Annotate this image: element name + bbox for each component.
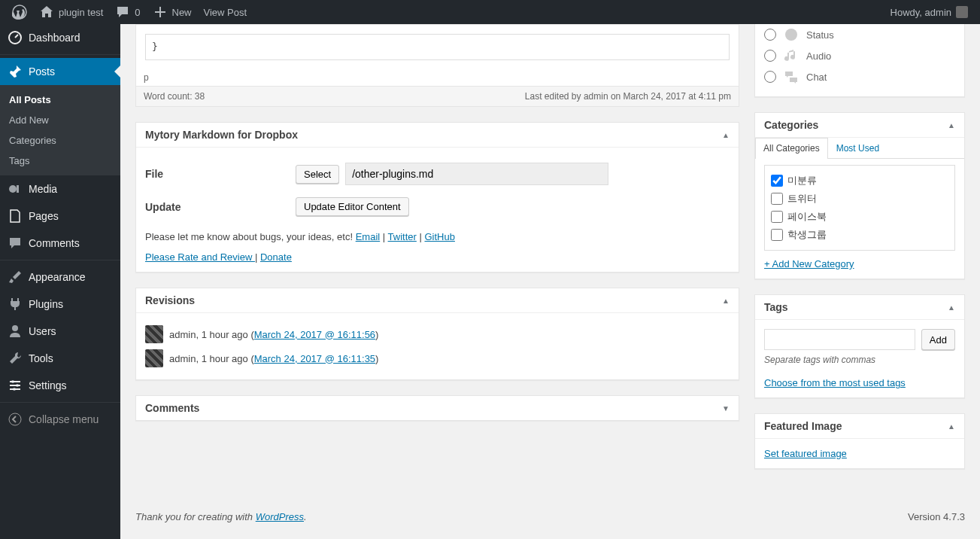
revision-row: admin, 1 hour ago (March 24, 2017 @ 16:1… bbox=[145, 322, 730, 346]
comment-icon bbox=[115, 5, 130, 20]
update-editor-button[interactable]: Update Editor Content bbox=[296, 197, 409, 216]
editor-container: } p Word count: 38 Last edited by admin … bbox=[135, 24, 739, 107]
category-item[interactable]: 트위터 bbox=[771, 190, 948, 208]
submenu-categories[interactable]: Categories bbox=[0, 130, 120, 151]
view-post[interactable]: View Post bbox=[198, 0, 253, 24]
revision-link[interactable]: March 24, 2017 @ 16:11:56 bbox=[254, 329, 375, 340]
version-text: Version 4.7.3 bbox=[908, 511, 965, 522]
file-path-input[interactable] bbox=[345, 163, 608, 185]
submenu-posts: All Posts Add New Categories Tags bbox=[0, 85, 120, 175]
avatar bbox=[956, 6, 968, 18]
wp-logo[interactable] bbox=[6, 0, 33, 24]
plus-icon bbox=[153, 5, 168, 20]
editor-element-path[interactable]: p bbox=[136, 69, 739, 86]
categories-title: Categories bbox=[764, 119, 818, 131]
format-status[interactable]: Status bbox=[764, 24, 955, 45]
page-icon bbox=[8, 209, 23, 224]
tags-title: Tags bbox=[764, 301, 788, 313]
twitter-link[interactable]: Twitter bbox=[388, 231, 417, 242]
set-featured-link[interactable]: Set featured image bbox=[764, 448, 847, 459]
toggle-icon[interactable]: ▲ bbox=[948, 121, 955, 129]
tab-all-categories[interactable]: All Categories bbox=[755, 138, 828, 159]
svg-point-5 bbox=[16, 384, 19, 387]
comments-link[interactable]: 0 bbox=[109, 0, 146, 24]
menu-posts[interactable]: Posts bbox=[0, 58, 120, 85]
wordpress-icon bbox=[12, 5, 27, 20]
new-content[interactable]: New bbox=[147, 0, 198, 24]
format-audio[interactable]: Audio bbox=[764, 45, 955, 66]
tag-input[interactable] bbox=[764, 329, 915, 350]
wrench-icon bbox=[8, 351, 23, 366]
tags-box: Tags ▲ Add Separate tags with commas Cho… bbox=[754, 294, 965, 398]
revisions-box: Revisions ▲ admin, 1 hour ago (March 24,… bbox=[135, 288, 739, 380]
category-item[interactable]: 미분류 bbox=[771, 172, 948, 190]
word-count: Word count: 38 bbox=[144, 91, 205, 102]
categories-box: Categories ▲ All Categories Most Used 미분… bbox=[754, 112, 965, 279]
comments-box: Comments ▼ bbox=[135, 395, 739, 421]
format-chat[interactable]: Chat bbox=[764, 66, 955, 87]
rate-link[interactable]: Please Rate and Review bbox=[145, 251, 255, 263]
menu-dashboard[interactable]: Dashboard bbox=[0, 24, 120, 51]
collapse-icon bbox=[8, 412, 23, 427]
toggle-icon[interactable]: ▲ bbox=[948, 303, 955, 312]
email-link[interactable]: Email bbox=[356, 231, 381, 242]
brush-icon bbox=[8, 270, 23, 285]
revision-link[interactable]: March 24, 2017 @ 16:11:35 bbox=[254, 353, 375, 364]
category-item[interactable]: 페이스북 bbox=[771, 208, 948, 226]
file-label: File bbox=[145, 168, 296, 180]
howdy-account[interactable]: Howdy, admin bbox=[884, 0, 974, 24]
revision-row: admin, 1 hour ago (March 24, 2017 @ 16:1… bbox=[145, 346, 730, 370]
feedback-text: Please let me know about bugs, your idea… bbox=[145, 231, 356, 242]
donate-link[interactable]: Donate bbox=[260, 251, 292, 263]
menu-settings[interactable]: Settings bbox=[0, 372, 120, 399]
select-file-button[interactable]: Select bbox=[296, 165, 339, 184]
wordpress-link[interactable]: WordPress bbox=[256, 511, 304, 522]
site-name: plugin test bbox=[59, 7, 103, 18]
audio-icon bbox=[784, 48, 799, 63]
svg-point-6 bbox=[13, 388, 16, 391]
menu-tools[interactable]: Tools bbox=[0, 345, 120, 372]
chat-icon bbox=[784, 69, 799, 84]
new-label: New bbox=[172, 7, 192, 18]
site-home[interactable]: plugin test bbox=[33, 0, 109, 24]
footer: Thank you for creating with WordPress. V… bbox=[120, 499, 980, 534]
user-icon bbox=[8, 324, 23, 339]
choose-tags-link[interactable]: Choose from the most used tags bbox=[764, 377, 906, 388]
submenu-all-posts[interactable]: All Posts bbox=[0, 90, 120, 110]
comments-title: Comments bbox=[145, 402, 199, 414]
mytory-markdown-box: Mytory Markdown for Dropbox ▲ File Selec… bbox=[135, 122, 739, 273]
svg-point-4 bbox=[11, 380, 14, 383]
collapse-menu[interactable]: Collapse menu bbox=[0, 406, 120, 433]
svg-point-2 bbox=[9, 185, 17, 193]
toggle-icon[interactable]: ▲ bbox=[948, 422, 955, 431]
menu-comments[interactable]: Comments bbox=[0, 230, 120, 257]
dashboard-icon bbox=[8, 30, 23, 45]
admin-bar: plugin test 0 New View Post Howdy, admin bbox=[0, 0, 980, 24]
menu-plugins[interactable]: Plugins bbox=[0, 291, 120, 318]
category-list: 미분류 트위터 페이스북 학생그룹 bbox=[764, 165, 955, 251]
menu-media[interactable]: Media bbox=[0, 175, 120, 203]
menu-appearance[interactable]: Appearance bbox=[0, 263, 120, 291]
toggle-icon[interactable]: ▼ bbox=[722, 404, 730, 413]
update-label: Update bbox=[145, 201, 296, 213]
add-category-link[interactable]: + Add New Category bbox=[764, 258, 854, 270]
menu-users[interactable]: Users bbox=[0, 318, 120, 345]
tab-most-used[interactable]: Most Used bbox=[828, 138, 887, 158]
home-icon bbox=[39, 5, 54, 20]
menu-pages[interactable]: Pages bbox=[0, 203, 120, 230]
media-icon bbox=[8, 181, 23, 196]
toggle-icon[interactable]: ▲ bbox=[722, 297, 730, 305]
github-link[interactable]: GitHub bbox=[424, 231, 454, 242]
mytory-title: Mytory Markdown for Dropbox bbox=[145, 129, 298, 141]
add-tag-button[interactable]: Add bbox=[921, 329, 955, 350]
comment-icon bbox=[8, 236, 23, 251]
comments-count: 0 bbox=[135, 7, 140, 18]
category-item[interactable]: 학생그룹 bbox=[771, 226, 948, 244]
submenu-add-new[interactable]: Add New bbox=[0, 110, 120, 130]
sliders-icon bbox=[8, 378, 23, 393]
revisions-title: Revisions bbox=[145, 294, 195, 306]
editor-content[interactable]: } bbox=[136, 25, 739, 69]
svg-point-8 bbox=[785, 29, 797, 41]
toggle-icon[interactable]: ▲ bbox=[722, 131, 730, 139]
submenu-tags[interactable]: Tags bbox=[0, 151, 120, 171]
